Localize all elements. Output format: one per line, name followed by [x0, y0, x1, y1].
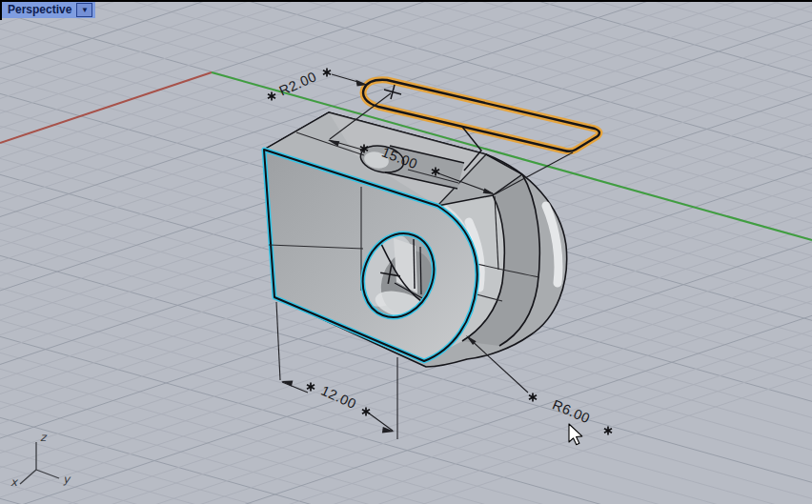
- viewport-title: Perspective: [8, 2, 71, 18]
- cplane-x-axis: [0, 72, 212, 143]
- viewport-tab[interactable]: Perspective ▼: [2, 2, 95, 18]
- clevis-solid[interactable]: [264, 112, 567, 367]
- viewport-canvas[interactable]: R2.00 15.00 12.00 R6.00: [0, 0, 812, 504]
- dimension-grip[interactable]: [362, 407, 370, 415]
- mouse-cursor: [569, 424, 582, 445]
- chevron-down-icon: ▼: [81, 6, 89, 14]
- dimension-text: R6.00: [550, 397, 592, 427]
- gizmo-y-label: y: [63, 473, 71, 486]
- viewport-menu-dropdown[interactable]: ▼: [76, 3, 92, 17]
- dimension-grip[interactable]: [604, 426, 612, 434]
- gizmo-x-label: x: [10, 475, 19, 489]
- gizmo-x-axis: [20, 470, 36, 484]
- dimension-text: 12.00: [319, 383, 359, 412]
- viewport-top-border: [0, 0, 812, 2]
- rhino-perspective-viewport[interactable]: R2.00 15.00 12.00 R6.00: [0, 0, 812, 504]
